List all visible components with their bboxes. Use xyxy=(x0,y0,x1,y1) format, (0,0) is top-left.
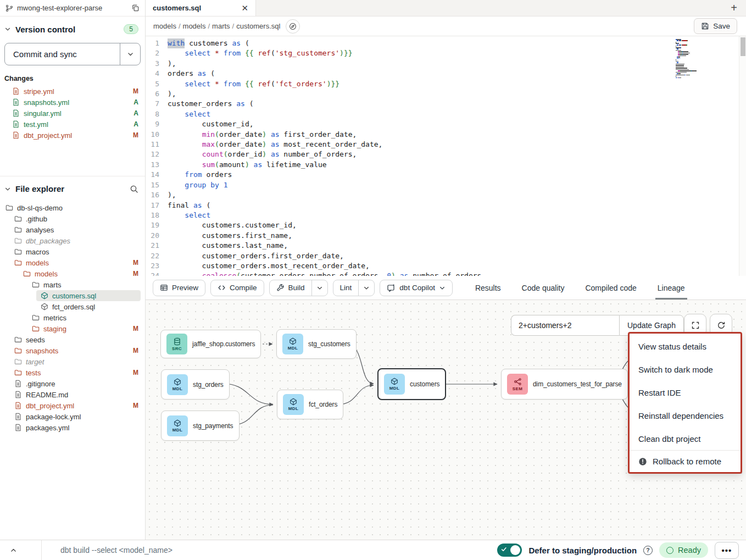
help-icon[interactable]: ? xyxy=(643,546,653,555)
tab-compiled-code[interactable]: Compiled code xyxy=(585,276,636,300)
lint-label: Lint xyxy=(340,284,352,292)
close-tab-icon[interactable]: ✕ xyxy=(241,4,248,12)
change-row[interactable]: stripe.ymlM xyxy=(0,86,145,97)
lint-options-chevron[interactable] xyxy=(358,280,374,296)
ide-options-menu: View status detailsSwitch to dark modeRe… xyxy=(628,332,742,474)
tree-item-target[interactable]: target xyxy=(0,356,145,367)
menu-item-restart-ide[interactable]: Restart IDE xyxy=(630,381,741,404)
tree-item-packages-yml[interactable]: packages.yml xyxy=(0,422,145,433)
change-status: M xyxy=(133,87,138,95)
command-input[interactable]: dbt build --select <model_name> xyxy=(42,546,172,555)
file-icon xyxy=(12,131,20,139)
version-control-header[interactable]: Version control 5 xyxy=(0,20,145,38)
tab-results[interactable]: Results xyxy=(475,276,501,300)
copy-branch-icon[interactable] xyxy=(131,4,140,12)
tab-code-quality[interactable]: Code quality xyxy=(522,276,565,300)
tab-customers-sql[interactable]: customers.sql ✕ xyxy=(146,0,256,16)
badge-label: SEM xyxy=(513,386,523,391)
tree-item-snapshots[interactable]: snapshotsM xyxy=(0,345,145,356)
tab-lineage[interactable]: Lineage xyxy=(658,276,685,300)
breadcrumb-segment[interactable]: models xyxy=(183,22,206,30)
collapse-command-bar-button[interactable] xyxy=(0,540,42,560)
tree-item-dbt-packages[interactable]: dbt_packages xyxy=(0,235,145,246)
tree-item-tests[interactable]: testsM xyxy=(0,367,145,378)
lint-button[interactable]: Lint xyxy=(333,280,359,296)
lineage-node-customers[interactable]: MDLcustomers xyxy=(377,368,446,400)
change-row[interactable]: snapshots.ymlA xyxy=(0,97,145,108)
tree-item-macros[interactable]: macros xyxy=(0,246,145,257)
save-label: Save xyxy=(713,22,730,30)
tree-item-models[interactable]: modelsM xyxy=(0,268,145,279)
tree-item--gitignore[interactable]: .gitignore xyxy=(0,378,145,389)
code-editor[interactable]: 1with customers as (2 select * from {{ r… xyxy=(146,36,746,276)
copilot-label: dbt Copilot xyxy=(399,284,435,292)
tree-item-customers-sql[interactable]: customers.sql xyxy=(36,290,141,301)
lineage-node-stg_payments[interactable]: MDLstg_payments xyxy=(161,411,240,441)
commit-options-chevron[interactable] xyxy=(120,43,140,65)
lint-split-button: Lint xyxy=(333,280,375,296)
lineage-node-fct_orders[interactable]: MDLfct_orders xyxy=(277,390,343,419)
editor-tabbar: customers.sql ✕ + xyxy=(146,0,746,16)
tree-item-dbt-project-yml[interactable]: dbt_project.ymlM xyxy=(0,400,145,411)
tree-item-label: models xyxy=(26,259,49,267)
minimap-line xyxy=(676,64,708,65)
lineage-node-stg_orders[interactable]: MDLstg_orders xyxy=(161,369,230,400)
minimap-line xyxy=(676,42,708,43)
tree-item-metrics[interactable]: metrics xyxy=(0,312,145,323)
tree-item-marts[interactable]: marts xyxy=(0,279,145,290)
tree-item-db-sl-qs-demo[interactable]: db-sl-qs-demo xyxy=(0,202,145,213)
preview-button[interactable]: Preview xyxy=(153,280,205,296)
minimap-line xyxy=(676,59,708,60)
build-button[interactable]: Build xyxy=(270,280,311,296)
tree-item-readme-md[interactable]: README.md xyxy=(0,389,145,400)
tree-item-analyses[interactable]: analyses xyxy=(0,224,145,235)
menu-item-reinstall-dependencies[interactable]: Reinstall dependencies xyxy=(630,404,741,427)
change-file-name: dbt_project.yml xyxy=(24,131,72,140)
copilot-chat-icon xyxy=(387,284,396,292)
menu-item-rollback-to-remote[interactable]: Rollback to remote xyxy=(630,450,741,472)
tree-item-fct-orders-sql[interactable]: fct_orders.sql xyxy=(0,301,145,312)
editor-scrollbar[interactable] xyxy=(739,36,746,276)
compile-button[interactable]: Compile xyxy=(210,280,264,296)
lineage-node-jaffle_shop-customers[interactable]: SRCjaffle_shop.customers xyxy=(160,330,261,358)
tree-item-label: seeds xyxy=(26,336,45,344)
tree-item-package-lock-yml[interactable]: package-lock.yml xyxy=(0,411,145,422)
file-explorer-header[interactable]: File explorer xyxy=(0,180,145,198)
refresh-icon xyxy=(717,321,726,330)
code-line: 23 customer_orders.most_recent_order_dat… xyxy=(146,261,746,271)
file-icon xyxy=(14,413,22,420)
menu-item-view-status-details[interactable]: View status details xyxy=(630,335,741,358)
defer-toggle[interactable] xyxy=(497,544,522,557)
minimap[interactable] xyxy=(676,39,708,79)
build-options-chevron[interactable] xyxy=(311,280,327,296)
menu-item-switch-to-dark-mode[interactable]: Switch to dark mode xyxy=(630,358,741,381)
tree-item--github[interactable]: .github xyxy=(0,213,145,224)
code-lines: 1with customers as (2 select * from {{ r… xyxy=(146,36,746,276)
changes-label: Changes xyxy=(4,75,145,82)
breadcrumb-segment[interactable]: marts xyxy=(212,22,230,30)
search-icon[interactable] xyxy=(130,185,138,193)
menu-item-clean-dbt-project[interactable]: Clean dbt project xyxy=(630,427,741,450)
dbt-copilot-button[interactable]: dbt Copilot xyxy=(380,280,453,296)
tree-item-label: target xyxy=(26,358,44,366)
minimap-line xyxy=(676,56,708,57)
save-button[interactable]: Save xyxy=(694,18,737,34)
scrollbar-thumb[interactable] xyxy=(741,37,745,56)
lineage-node-dim_customers_test_for_parse[interactable]: SEMdim_customers_test_for_parse xyxy=(501,369,628,400)
minimap-line xyxy=(676,70,708,71)
mdl-badge: MDL xyxy=(384,374,405,395)
change-row[interactable]: test.ymlA xyxy=(0,119,145,130)
lineage-node-stg_customers[interactable]: MDLstg_customers xyxy=(276,329,357,359)
tree-item-staging[interactable]: stagingM xyxy=(0,323,145,334)
change-row[interactable]: dbt_project.ymlM xyxy=(0,130,145,141)
commit-and-sync-button[interactable]: Commit and sync xyxy=(5,43,120,65)
folder-icon xyxy=(14,215,22,223)
breadcrumb-segment[interactable]: models xyxy=(153,22,176,30)
copilot-compass-button[interactable] xyxy=(286,19,300,34)
lineage-selector-input[interactable] xyxy=(511,315,619,336)
change-row[interactable]: singular.ymlA xyxy=(0,108,145,119)
tree-item-seeds[interactable]: seeds xyxy=(0,334,145,345)
tree-item-models[interactable]: modelsM xyxy=(0,257,145,268)
new-tab-button[interactable]: + xyxy=(722,0,746,16)
more-options-button[interactable]: ••• xyxy=(715,542,739,559)
